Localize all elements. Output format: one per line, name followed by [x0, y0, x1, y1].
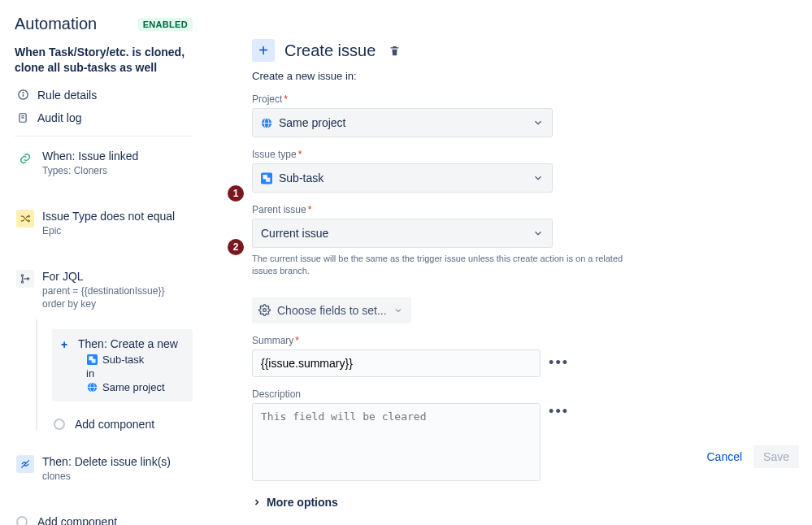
condition-node[interactable]: Issue Type does not equal Epic [15, 200, 193, 245]
trigger-title: When: Issue linked [42, 150, 189, 163]
then-delete-title: Then: Delete issue link(s) [42, 455, 189, 468]
add-component-outer[interactable]: Add component [15, 515, 193, 525]
svg-point-22 [263, 309, 267, 312]
issue-type-value: Sub-task [279, 171, 323, 184]
parent-issue-field: Parent issue* Current issue The current … [252, 204, 796, 278]
then-create-title: Then: Create a new [78, 337, 178, 350]
info-icon [16, 89, 29, 102]
summary-more-icon[interactable]: ••• [549, 351, 569, 371]
project-label: Same project [102, 381, 165, 393]
audit-log-link[interactable]: Audit log [15, 106, 193, 129]
parent-issue-helper: The current issue will be the same as th… [252, 253, 642, 278]
issue-type-field: Issue type* Sub-task [252, 149, 796, 193]
gear-icon [258, 304, 271, 316]
summary-input[interactable] [252, 349, 541, 377]
page-title: Automation [15, 15, 97, 33]
project-value: Same project [279, 116, 345, 129]
description-input[interactable] [252, 403, 541, 481]
condition-subtitle: Epic [42, 224, 189, 237]
more-options-label: More options [267, 496, 338, 509]
add-circle-icon [16, 516, 28, 525]
document-icon [16, 111, 29, 124]
subtask-label: Sub-task [102, 354, 144, 366]
plus-badge-icon: + [252, 39, 275, 62]
description-label: Description [252, 388, 301, 400]
link-icon [16, 150, 34, 167]
plus-icon: + [57, 337, 72, 352]
condition-title: Issue Type does not equal [42, 210, 189, 223]
then-delete-subtitle: clones [42, 470, 189, 483]
then-create-card[interactable]: + Then: Create a new Sub-task in [52, 329, 193, 401]
choose-fields-button[interactable]: Choose fields to set... [252, 297, 411, 323]
summary-field: Summary* ••• [252, 335, 796, 377]
issue-type-label: Issue type [252, 149, 297, 160]
trigger-subtitle: Types: Cloners [42, 164, 189, 177]
project-field: Project* Same project [252, 93, 796, 137]
project-label: Project [252, 93, 282, 105]
in-label: in [86, 367, 94, 380]
chevron-down-icon [532, 172, 544, 184]
svg-rect-11 [91, 358, 95, 362]
more-options-toggle[interactable]: More options [252, 496, 796, 509]
description-more-icon[interactable]: ••• [549, 400, 569, 420]
cancel-button[interactable]: Cancel [706, 450, 742, 463]
rule-details-label: Rule details [37, 89, 97, 102]
chevron-down-icon [532, 228, 544, 239]
svg-rect-21 [266, 177, 270, 181]
subtask-icon [86, 354, 98, 365]
add-component-label: Add component [37, 515, 117, 525]
parent-issue-value: Current issue [261, 227, 328, 240]
callout-1: 1 [228, 185, 244, 202]
branch-subtitle: parent = {{destinationIssue}} order by k… [42, 284, 189, 310]
branch-icon [16, 270, 34, 288]
add-component-inner[interactable]: Add component [52, 418, 193, 431]
trigger-node[interactable]: When: Issue linked Types: Cloners [15, 140, 193, 185]
issue-type-select[interactable]: Sub-task [252, 163, 553, 193]
globe-icon [86, 381, 98, 393]
add-circle-icon [54, 419, 65, 430]
parent-issue-label: Parent issue [252, 204, 306, 215]
chevron-right-icon [252, 497, 262, 507]
branch-title: For JQL [42, 270, 189, 283]
save-button[interactable]: Save [753, 445, 799, 468]
shuffle-icon [16, 210, 34, 228]
panel-subtitle: Create a new issue in: [252, 70, 796, 82]
delete-action-button[interactable] [389, 45, 401, 57]
action-panel: + Create issue Create a new issue in: Pr… [203, 0, 812, 525]
chevron-down-icon [532, 117, 544, 128]
audit-log-label: Audit log [37, 111, 81, 124]
rule-details-link[interactable]: Rule details [15, 84, 193, 106]
svg-point-8 [27, 278, 28, 280]
svg-point-6 [21, 275, 23, 276]
unlink-icon [16, 455, 34, 473]
branch-node[interactable]: For JQL parent = {{destinationIssue}} or… [15, 260, 193, 319]
subtask-icon [261, 172, 272, 184]
svg-point-2 [23, 93, 24, 93]
parent-issue-select[interactable]: Current issue [252, 219, 553, 248]
project-select[interactable]: Same project [252, 108, 553, 137]
add-component-label: Add component [75, 418, 154, 431]
chevron-down-icon [393, 306, 403, 315]
svg-point-7 [21, 281, 23, 283]
choose-fields-label: Choose fields to set... [277, 304, 387, 317]
globe-icon [261, 117, 272, 128]
summary-label: Summary [252, 335, 293, 346]
callout-2: 2 [228, 239, 244, 255]
rule-sidebar: Automation ENABLED When Task/Story/etc. … [0, 0, 203, 525]
status-badge: ENABLED [138, 18, 193, 31]
rule-description: When Task/Story/etc. is cloned, clone al… [15, 45, 193, 76]
panel-title: Create issue [284, 41, 376, 60]
then-delete-node[interactable]: Then: Delete issue link(s) clones [15, 445, 193, 491]
